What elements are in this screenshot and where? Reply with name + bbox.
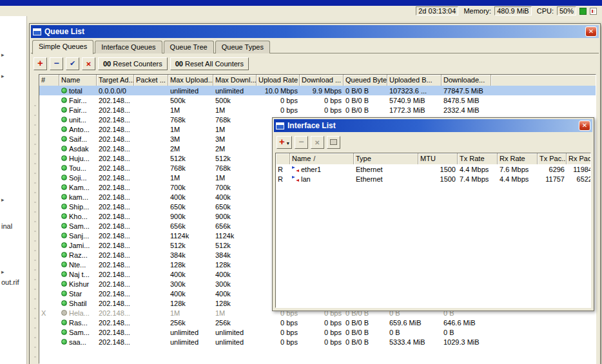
remove-interface-button[interactable]: [295, 136, 308, 149]
column-header-max_down[interactable]: Max Downl...: [213, 75, 257, 86]
cell-text: 202.148...: [99, 106, 130, 114]
column-label: Packet ...: [136, 76, 166, 84]
column-header-mtu[interactable]: MTU: [418, 153, 458, 164]
cell-max_down: 1M: [213, 308, 257, 318]
column-header-down_rate[interactable]: Download ...: [300, 75, 344, 86]
cell-text: Naj t...: [69, 271, 90, 278]
remove-queue-button[interactable]: [50, 57, 63, 70]
queue-tabstrip: Simple QueuesInterface QueuesQueue TreeQ…: [31, 38, 599, 53]
column-header-flag[interactable]: [276, 153, 290, 164]
close-icon[interactable]: [585, 26, 597, 37]
column-header-rx_pac[interactable]: Rx Pac...: [567, 153, 591, 164]
interface-list-titlebar[interactable]: Interface List: [274, 119, 592, 132]
cell-max_down: 1124k: [213, 231, 257, 240]
detail-button[interactable]: [327, 136, 340, 149]
column-header-packet[interactable]: Packet ...: [134, 75, 168, 86]
column-header-tx_pac[interactable]: Tx Pac...: [538, 153, 567, 164]
cell-text: 202.148...: [99, 135, 130, 143]
disable-queue-button[interactable]: [82, 57, 95, 70]
column-header-name[interactable]: Name: [59, 75, 97, 86]
cell-max_down: 400k: [213, 289, 257, 298]
cell-text: 512k: [170, 155, 186, 162]
add-interface-button[interactable]: [277, 136, 292, 149]
column-header-tx_rate[interactable]: Tx Rate: [458, 153, 498, 164]
queue-toolbar: 00 Reset Counters 00 Reset All Counters: [31, 53, 599, 73]
interface-row[interactable]: RlanEthernet15007.4 Mbps4.4 Mbps11757652…: [276, 174, 590, 184]
column-header-flag[interactable]: #: [39, 75, 59, 86]
cell-flag: [39, 337, 59, 347]
queue-row[interactable]: Fair...202.148...1M1M0 bps0 bps0 B/0 B17…: [39, 105, 596, 115]
cell-text: 1500: [440, 166, 456, 173]
cell-text: Jami...: [69, 242, 90, 249]
queue-list-titlebar[interactable]: Queue List: [31, 25, 599, 38]
queue-icon: [61, 155, 67, 161]
column-header-type[interactable]: Type: [354, 153, 418, 164]
cell-flag: [39, 173, 59, 182]
column-header-queued[interactable]: Queued Bytes: [344, 75, 387, 86]
cross-icon: [86, 60, 91, 68]
cell-text: 4.4 Mbps: [500, 175, 529, 183]
cell-text: 0 bps: [280, 329, 298, 336]
cell-text: 1M: [170, 126, 180, 133]
column-header-max_up[interactable]: Max Upload...: [168, 75, 213, 86]
tab-queue-tree[interactable]: Queue Tree: [164, 41, 214, 53]
cell-name: ether1: [290, 164, 354, 174]
reset-all-counters-button[interactable]: 00 Reset All Counters: [170, 57, 249, 70]
reset-counters-button[interactable]: 00 Reset Counters: [98, 57, 168, 70]
cell-queued: 0 B/0 B: [344, 337, 387, 347]
interface-toolbar: [274, 132, 592, 151]
tab-queue-types[interactable]: Queue Types: [215, 41, 270, 53]
cell-name: Anto...: [59, 124, 97, 134]
cell-text: 202.148...: [99, 126, 130, 133]
cell-name: Huju...: [59, 153, 97, 163]
cell-max_up: 900k: [168, 211, 213, 221]
cell-max_down: 400k: [213, 269, 257, 279]
cell-max_down: 700k: [213, 182, 257, 192]
column-header-downloaded[interactable]: Downloade...: [442, 75, 491, 86]
cell-name: unit...: [59, 115, 97, 124]
queue-row[interactable]: Ras...202.148...256k256k0 bps0 bps0 B/0 …: [39, 318, 596, 327]
cell-target: 202.148...: [97, 105, 134, 115]
queue-row[interactable]: total0.0.0.0/0unlimitedunlimited10.0 Mbp…: [39, 86, 596, 95]
cell-packet: [134, 298, 168, 308]
cell-downloaded: 8478.5 MiB: [442, 95, 491, 105]
disable-interface-button[interactable]: [311, 136, 324, 149]
interface-row[interactable]: Rether1Ethernet15004.4 Mbps7.6 Mbps62961…: [276, 164, 590, 174]
column-header-filler: [491, 75, 596, 86]
cell-down_rate: 0 bps: [300, 95, 344, 105]
cell-text: 500k: [215, 97, 231, 104]
queue-icon: [61, 136, 67, 142]
cell-text: 256k: [170, 319, 186, 327]
cell-max_down: 1M: [213, 173, 257, 182]
queue-row[interactable]: Sam...202.148...unlimitedunlimited0 bps0…: [39, 327, 596, 337]
cell-packet: [134, 221, 168, 231]
cell-max_down: 768k: [213, 163, 257, 173]
column-label: Upload Rate: [258, 76, 298, 84]
cell-text: 6296: [549, 166, 565, 173]
enable-queue-button[interactable]: [66, 57, 79, 70]
add-queue-button[interactable]: [34, 57, 47, 70]
cell-text: 5740.9 MiB: [389, 97, 425, 104]
queue-icon: [61, 281, 67, 287]
column-label: Type: [356, 155, 371, 162]
cell-packet: [134, 182, 168, 192]
cell-flag: [39, 221, 59, 231]
close-icon[interactable]: [579, 120, 590, 131]
cell-text: 202.148...: [99, 174, 130, 182]
column-header-up_rate[interactable]: Upload Rate: [257, 75, 300, 86]
cell-text: 0 B/0 B: [345, 87, 369, 95]
cell-text: 202.148...: [99, 145, 130, 153]
memory-label: Memory:: [463, 7, 491, 15]
tab-simple-queues[interactable]: Simple Queues: [32, 40, 93, 54]
cell-name: Sam...: [59, 221, 97, 231]
queue-row[interactable]: Fair...202.148...500k500k0 bps0 bps0 B/0…: [39, 95, 596, 105]
column-header-uploaded[interactable]: Uploaded B...: [387, 75, 442, 86]
cell-text: 768k: [170, 116, 186, 124]
cell-text: 202.148...: [99, 203, 130, 211]
cell-name: Jami...: [59, 240, 97, 250]
tab-interface-queues[interactable]: Interface Queues: [95, 41, 162, 53]
column-header-rx_rate[interactable]: Rx Rate: [498, 153, 538, 164]
column-header-name[interactable]: Name/: [290, 153, 354, 164]
queue-row[interactable]: saa...202.148...unlimitedunlimited0 bps0…: [39, 337, 596, 347]
column-header-target[interactable]: Target Ad...: [97, 75, 134, 86]
